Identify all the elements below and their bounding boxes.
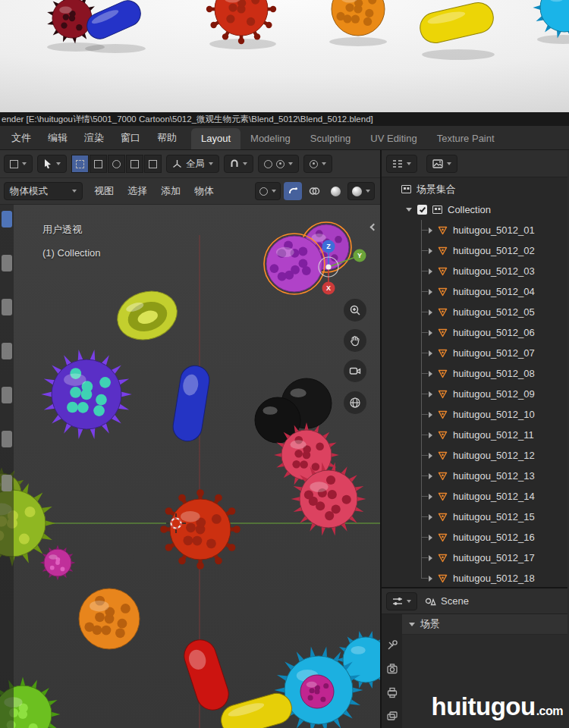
toolbar-move-tool[interactable] bbox=[2, 299, 12, 315]
scene-section-header[interactable]: 场景 bbox=[402, 614, 567, 635]
expand-arrow-icon[interactable] bbox=[429, 268, 432, 275]
expand-arrow-icon[interactable] bbox=[429, 535, 432, 541]
toolbar-rotate-tool[interactable] bbox=[2, 343, 12, 359]
outliner-item[interactable]: huitugou_5012_05 bbox=[382, 302, 567, 322]
expand-arrow-icon[interactable] bbox=[429, 494, 432, 500]
microbe-magenta-mini-spiky[interactable] bbox=[40, 545, 76, 581]
microbe-red-capsule[interactable] bbox=[180, 635, 232, 714]
outliner-item[interactable]: huitugou_5012_02 bbox=[382, 240, 567, 261]
select-circle-button[interactable] bbox=[108, 155, 125, 173]
microbe-purple-spiky[interactable] bbox=[41, 350, 132, 439]
workspace-tab-layout[interactable]: Layout bbox=[191, 128, 240, 149]
select-lasso-button[interactable] bbox=[126, 155, 143, 173]
toolbar-annotate-tool[interactable] bbox=[2, 475, 12, 491]
microbe-yellow-capsule[interactable] bbox=[218, 690, 295, 728]
expand-arrow-icon[interactable] bbox=[429, 228, 432, 234]
collection-checkbox[interactable] bbox=[417, 205, 427, 215]
properties-tab-render[interactable] bbox=[385, 662, 399, 676]
microbe-yellow-disc[interactable] bbox=[111, 284, 183, 347]
microbe-red-virus[interactable] bbox=[160, 489, 240, 570]
perspective-toggle-button[interactable] bbox=[344, 391, 366, 414]
expand-arrow-icon[interactable] bbox=[429, 371, 432, 377]
expand-arrow-icon[interactable] bbox=[429, 391, 432, 397]
outliner-item[interactable]: huitugou_5012_13 bbox=[382, 466, 567, 486]
shading-dropdown[interactable] bbox=[347, 182, 375, 200]
snap-toggle[interactable] bbox=[284, 182, 302, 200]
microbe-orange-bumpy[interactable] bbox=[79, 588, 140, 649]
toolbar-transform-tool[interactable] bbox=[2, 431, 12, 447]
workspace-tab-texture-paint[interactable]: Texture Paint bbox=[427, 128, 505, 149]
expand-arrow-icon[interactable] bbox=[429, 412, 432, 418]
expand-arrow-icon[interactable] bbox=[429, 453, 432, 459]
expand-arrow-icon[interactable] bbox=[429, 309, 432, 315]
viewport-menu-add[interactable]: 添加 bbox=[154, 178, 187, 204]
menu-file[interactable]: 文件 bbox=[3, 126, 39, 149]
toolbar-cursor-tool[interactable] bbox=[2, 255, 12, 271]
viewport-menu-object[interactable]: 物体 bbox=[187, 178, 221, 204]
microbe-magenta-core[interactable] bbox=[300, 675, 334, 708]
expand-arrow-icon[interactable] bbox=[429, 248, 432, 254]
outliner-item[interactable]: huitugou_5012_07 bbox=[382, 343, 567, 363]
collapse-arrow-icon[interactable] bbox=[406, 208, 412, 212]
outliner-scene-collection-row[interactable]: 场景集合 bbox=[382, 179, 567, 199]
expand-arrow-icon[interactable] bbox=[429, 555, 432, 561]
outliner-display-mode-button[interactable] bbox=[426, 155, 457, 173]
menu-help[interactable]: 帮助 bbox=[149, 126, 185, 149]
properties-tab-tool[interactable] bbox=[385, 639, 399, 652]
expand-arrow-icon[interactable] bbox=[429, 289, 432, 295]
expand-arrow-icon[interactable] bbox=[429, 432, 432, 438]
outliner-item[interactable]: huitugou_5012_18 bbox=[382, 568, 567, 587]
properties-tab-viewlayer[interactable] bbox=[385, 709, 399, 723]
properties-tab-output[interactable] bbox=[385, 686, 399, 699]
outliner-item[interactable]: huitugou_5012_04 bbox=[382, 281, 567, 302]
proportional-edit-dropdown[interactable] bbox=[258, 155, 299, 173]
select-tweak-button[interactable] bbox=[71, 155, 89, 173]
menu-window[interactable]: 窗口 bbox=[112, 126, 149, 149]
camera-view-button[interactable] bbox=[344, 359, 366, 382]
select-box-button[interactable] bbox=[90, 155, 107, 173]
editor-type-button[interactable] bbox=[4, 155, 33, 173]
expand-arrow-icon[interactable] bbox=[429, 350, 432, 356]
expand-arrow-icon[interactable] bbox=[429, 330, 432, 336]
outliner-item[interactable]: huitugou_5012_16 bbox=[382, 527, 567, 548]
toolbar-select-tool[interactable] bbox=[2, 211, 12, 228]
expand-arrow-icon[interactable] bbox=[429, 473, 432, 479]
options-dropdown[interactable] bbox=[303, 155, 332, 173]
outliner-item[interactable]: huitugou_5012_06 bbox=[382, 322, 567, 343]
expand-arrow-icon[interactable] bbox=[429, 514, 432, 520]
snap-dropdown[interactable] bbox=[224, 155, 253, 173]
outliner-editor-type-button[interactable] bbox=[386, 155, 417, 173]
workspace-tab-sculpting[interactable]: Sculpting bbox=[300, 128, 360, 149]
viewport-3d[interactable]: ZYX 用户透视 (1) Collection bbox=[0, 205, 380, 728]
outliner-item[interactable]: huitugou_5012_01 bbox=[382, 220, 567, 240]
outliner-item[interactable]: huitugou_5012_17 bbox=[382, 548, 567, 568]
toolbar-scale-tool[interactable] bbox=[2, 387, 12, 403]
outliner-collection-row[interactable]: Collection bbox=[382, 199, 567, 220]
outliner-item[interactable]: huitugou_5012_09 bbox=[382, 384, 567, 404]
menu-render[interactable]: 渲染 bbox=[76, 126, 112, 149]
xray-toggle[interactable] bbox=[326, 182, 344, 200]
outliner-item[interactable]: huitugou_5012_10 bbox=[382, 404, 567, 425]
viewport-menu-select[interactable]: 选择 bbox=[121, 178, 154, 204]
viewport-menu-view[interactable]: 视图 bbox=[87, 178, 121, 204]
workspace-tab-modeling[interactable]: Modeling bbox=[240, 128, 300, 149]
pan-button[interactable] bbox=[344, 329, 366, 352]
properties-editor-type-button[interactable] bbox=[386, 592, 417, 610]
microbe-blue-capsule[interactable] bbox=[171, 364, 211, 444]
orientation-dropdown[interactable]: 全局 bbox=[166, 155, 219, 173]
menu-edit[interactable]: 编辑 bbox=[39, 126, 76, 149]
outliner-item[interactable]: huitugou_5012_15 bbox=[382, 507, 567, 527]
expand-arrow-icon[interactable] bbox=[429, 576, 432, 582]
outliner-item[interactable]: huitugou_5012_11 bbox=[382, 425, 567, 445]
active-tool-button[interactable] bbox=[37, 155, 67, 173]
outliner-item[interactable]: huitugou_5012_12 bbox=[382, 445, 567, 466]
select-extra-button[interactable] bbox=[144, 155, 162, 173]
zoom-button[interactable] bbox=[344, 299, 366, 322]
workspace-tab-uv-editing[interactable]: UV Editing bbox=[360, 128, 426, 149]
overlays-toggle[interactable] bbox=[305, 182, 323, 200]
outliner-item[interactable]: huitugou_5012_14 bbox=[382, 486, 567, 507]
outliner-item[interactable]: huitugou_5012_08 bbox=[382, 363, 567, 384]
outliner-item[interactable]: huitugou_5012_03 bbox=[382, 261, 567, 281]
mode-dropdown[interactable]: 物体模式 bbox=[4, 182, 83, 200]
microbe-selected-bumpy-b[interactable] bbox=[264, 234, 325, 294]
